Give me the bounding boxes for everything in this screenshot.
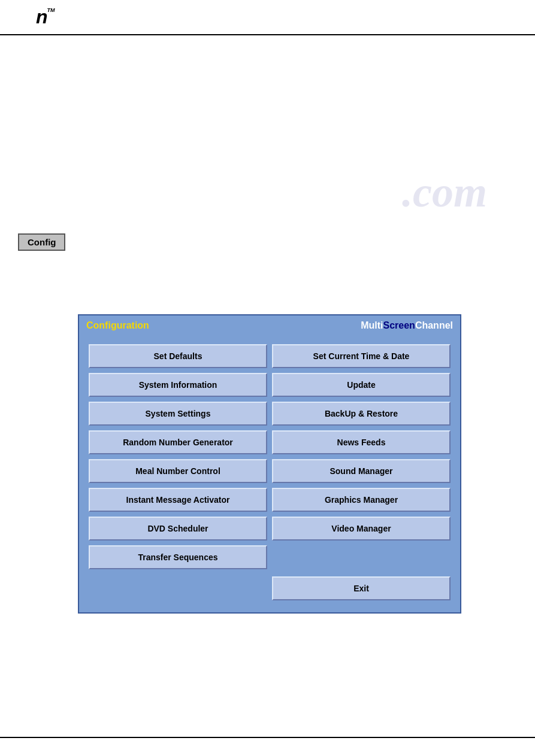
system-settings-button[interactable]: System Settings [89, 402, 267, 426]
random-number-generator-button[interactable]: Random Number Generator [89, 430, 267, 454]
dialog-brand: MultiScreenChannel [361, 320, 453, 331]
config-button[interactable]: Config [18, 233, 65, 251]
brand-multi: Multi [361, 320, 383, 330]
dialog-content: Set Defaults Set Current Time & Date Sys… [79, 336, 460, 612]
watermark: .com [402, 168, 487, 217]
transfer-sequences-button[interactable]: Transfer Sequences [89, 545, 267, 569]
graphics-manager-button[interactable]: Graphics Manager [272, 488, 451, 512]
config-dialog: Configuration MultiScreenChannel Set Def… [78, 314, 461, 614]
set-defaults-button[interactable]: Set Defaults [89, 344, 267, 368]
video-manager-button[interactable]: Video Manager [272, 517, 451, 541]
instant-message-activator-button[interactable]: Instant Message Activator [89, 488, 267, 512]
set-current-time-date-button[interactable]: Set Current Time & Date [272, 344, 451, 368]
backup-restore-button[interactable]: BackUp & Restore [272, 402, 451, 426]
meal-number-control-button[interactable]: Meal Number Control [89, 459, 267, 483]
button-grid: Set Defaults Set Current Time & Date Sys… [89, 344, 451, 569]
dvd-scheduler-button[interactable]: DVD Scheduler [89, 517, 267, 541]
brand-screen: Screen [383, 320, 415, 330]
logo: nTM [36, 6, 48, 28]
page-header: nTM [0, 0, 535, 35]
news-feeds-button[interactable]: News Feeds [272, 430, 451, 454]
system-information-button[interactable]: System Information [89, 373, 267, 397]
dialog-title: Configuration [86, 320, 149, 331]
update-button[interactable]: Update [272, 373, 451, 397]
config-button-area: Config [18, 233, 65, 251]
exit-row: Exit [89, 576, 451, 600]
trademark: TM [47, 7, 55, 13]
sound-manager-button[interactable]: Sound Manager [272, 459, 451, 483]
exit-button[interactable]: Exit [272, 576, 451, 600]
footer-line [0, 737, 535, 738]
empty-cell [272, 545, 451, 569]
brand-channel: Channel [415, 320, 453, 330]
dialog-title-bar: Configuration MultiScreenChannel [79, 315, 460, 336]
